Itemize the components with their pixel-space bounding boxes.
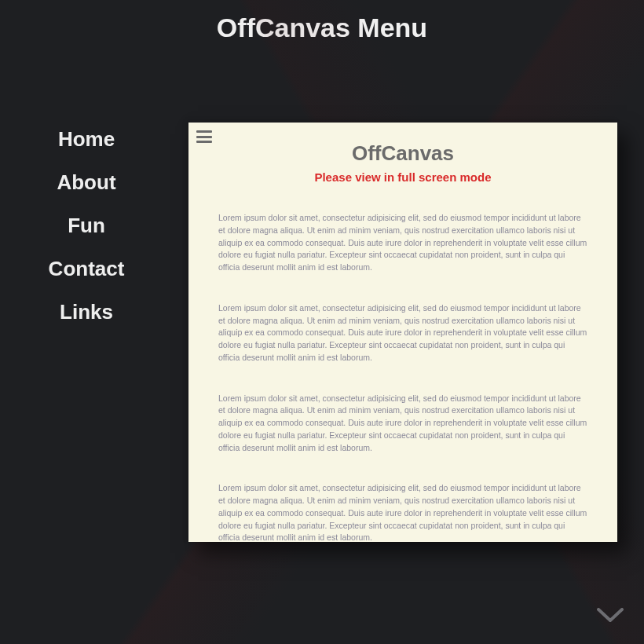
paragraph: Lorem ipsum dolor sit amet, consectetur … [218, 393, 587, 455]
chevron-down-icon[interactable] [597, 608, 624, 624]
nav-item-contact[interactable]: Contact [0, 247, 173, 291]
content-card: OffCanvas Please view in full screen mod… [188, 123, 617, 542]
paragraph: Lorem ipsum dolor sit amet, consectetur … [218, 482, 587, 544]
card-subtitle: Please view in full screen mode [188, 170, 617, 184]
nav-item-home[interactable]: Home [0, 118, 173, 161]
page-title: OffCanvas Menu [0, 0, 644, 43]
card-content: Lorem ipsum dolor sit amet, consectetur … [188, 184, 617, 568]
hamburger-icon[interactable] [196, 130, 212, 143]
nav-item-about[interactable]: About [0, 161, 173, 204]
nav-item-fun[interactable]: Fun [0, 204, 173, 247]
nav-item-links[interactable]: Links [0, 291, 173, 334]
offcanvas-nav: Home About Fun Contact Links [0, 118, 173, 334]
paragraph: Lorem ipsum dolor sit amet, consectetur … [218, 212, 587, 274]
paragraph: Lorem ipsum dolor sit amet, consectetur … [218, 302, 587, 364]
card-title: OffCanvas [188, 141, 617, 166]
